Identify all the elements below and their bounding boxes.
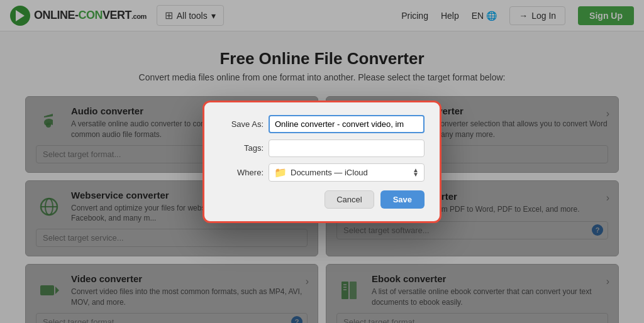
where-row: Where: 📁 Documents — iCloud ▲ ▼: [219, 163, 425, 182]
save-as-row: Save As:: [219, 115, 425, 133]
dialog-overlay: Save As: Tags: Where: 📁 Documents — iClo…: [0, 0, 644, 323]
dialog-buttons: Cancel Save: [219, 190, 425, 209]
where-selector[interactable]: 📁 Documents — iCloud ▲ ▼: [269, 163, 425, 182]
tags-row: Tags:: [219, 140, 425, 157]
tags-input[interactable]: [269, 140, 425, 157]
cancel-button[interactable]: Cancel: [325, 190, 374, 209]
where-value: Documents — iCloud: [291, 168, 368, 177]
save-as-label: Save As:: [219, 119, 264, 129]
tags-label: Tags:: [219, 143, 264, 153]
save-as-input[interactable]: [269, 115, 425, 133]
where-label: Where:: [219, 168, 264, 177]
where-arrows-icon: ▲ ▼: [413, 168, 419, 177]
save-dialog: Save As: Tags: Where: 📁 Documents — iClo…: [203, 101, 441, 223]
save-button[interactable]: Save: [380, 190, 425, 209]
folder-icon: 📁: [274, 167, 287, 178]
